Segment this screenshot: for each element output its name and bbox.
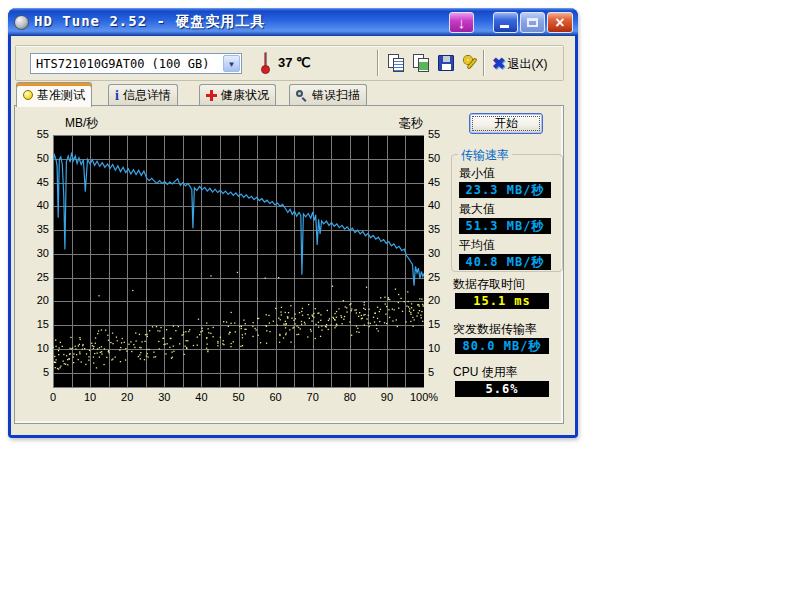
benchmark-plot [53, 135, 424, 388]
app-icon [14, 15, 29, 30]
maximize-icon [527, 18, 538, 27]
chevron-down-icon[interactable]: ▼ [223, 55, 240, 72]
window-title: HD Tune 2.52 - 硬盘实用工具 [34, 13, 447, 31]
x-tick: 10 [84, 391, 96, 403]
x-tick: 100% [410, 391, 438, 403]
y-tick-left: 45 [23, 176, 49, 188]
min-label: 最小值 [459, 165, 495, 182]
y-tick-left: 25 [23, 271, 49, 283]
y-tick-right: 15 [428, 318, 454, 330]
x-tick: 50 [232, 391, 244, 403]
wrench-icon [463, 55, 479, 71]
save-floppy-button[interactable] [436, 53, 457, 74]
cpu-usage-display: 5.6% [455, 381, 549, 397]
bulb-icon [23, 90, 33, 100]
y-tick-left: 40 [23, 199, 49, 211]
x-tick: 0 [50, 391, 56, 403]
y-tick-left: 10 [23, 342, 49, 354]
exit-button[interactable]: ✖ 退出(X) [492, 54, 547, 74]
desktop: HD Tune 2.52 - 硬盘实用工具 ↓ × HTS721010G9AT0… [0, 0, 800, 600]
info-icon: i [115, 90, 119, 102]
y-tick-left: 15 [23, 318, 49, 330]
access-time-display: 15.1 ms [455, 293, 549, 309]
close-icon: × [548, 13, 572, 32]
copy-image-button[interactable] [411, 53, 432, 74]
app-window: HD Tune 2.52 - 硬盘实用工具 ↓ × HTS721010G9AT0… [8, 8, 578, 438]
title-bar[interactable]: HD Tune 2.52 - 硬盘实用工具 ↓ × [8, 8, 578, 36]
y-tick-left: 5 [23, 366, 49, 378]
tab-info[interactable]: i 信息详情 [108, 84, 178, 106]
tab-benchmark[interactable]: 基准测试 [16, 82, 92, 107]
client-area: HTS721010G9AT00 (100 GB) ▼ 37 ℃ [11, 36, 575, 435]
cpu-usage-label: CPU 使用率 [453, 364, 518, 381]
avg-value-display: 40.8 MB/秒 [459, 254, 551, 270]
thermometer-icon [261, 52, 270, 74]
start-button[interactable]: 开始 [469, 113, 543, 134]
temperature-value: 37 ℃ [278, 55, 311, 70]
health-cross-icon [206, 90, 217, 101]
drive-select-value: HTS721010G9AT00 (100 GB) [36, 57, 209, 71]
tab-health[interactable]: 健康状况 [199, 84, 276, 106]
right-axis-title: 毫秒 [399, 115, 423, 132]
left-axis-title: MB/秒 [65, 115, 98, 132]
toolbar: HTS721010G9AT00 (100 GB) ▼ 37 ℃ [15, 45, 564, 81]
x-tick: 80 [344, 391, 356, 403]
min-value-display: 23.3 MB/秒 [459, 182, 551, 198]
maximize-button[interactable] [520, 12, 545, 33]
options-button[interactable] [461, 53, 482, 74]
benchmark-tab-page: MB/秒 毫秒 55504540353025201510555504540353… [14, 105, 564, 424]
x-tick: 70 [307, 391, 319, 403]
floppy-icon [438, 55, 454, 71]
x-tick: 60 [269, 391, 281, 403]
y-tick-left: 35 [23, 223, 49, 235]
y-tick-left: 50 [23, 152, 49, 164]
y-tick-left: 30 [23, 247, 49, 259]
x-tick: 20 [121, 391, 133, 403]
copy-pages-button[interactable] [386, 53, 407, 74]
y-tick-right: 10 [428, 342, 454, 354]
close-button[interactable]: × [547, 12, 573, 33]
max-value-display: 51.3 MB/秒 [459, 218, 551, 234]
x-tick: 90 [381, 391, 393, 403]
burst-rate-display: 80.0 MB/秒 [455, 338, 549, 354]
avg-label: 平均值 [459, 237, 495, 254]
y-tick-right: 5 [428, 366, 454, 378]
y-tick-left: 20 [23, 294, 49, 306]
x-tick: 30 [158, 391, 170, 403]
group-title: 传输速率 [458, 147, 512, 164]
exit-x-icon: ✖ [492, 55, 505, 73]
toolbar-separator [483, 50, 485, 76]
minimize-icon [500, 25, 509, 28]
y-tick-right: 25 [428, 271, 454, 283]
tab-error-scan[interactable]: 错误扫描 [289, 84, 367, 106]
y-tick-right: 20 [428, 294, 454, 306]
benchmark-chart [53, 135, 424, 388]
x-tick: 40 [195, 391, 207, 403]
y-tick-left: 55 [23, 128, 49, 140]
y-tick-right: 55 [428, 128, 454, 140]
drive-select[interactable]: HTS721010G9AT00 (100 GB) ▼ [30, 53, 242, 74]
transfer-rate-group: 传输速率 最小值 23.3 MB/秒 最大值 51.3 MB/秒 平均值 40.… [451, 154, 563, 272]
magnifier-icon [296, 90, 308, 102]
max-label: 最大值 [459, 201, 495, 218]
burst-rate-label: 突发数据传输率 [453, 321, 537, 338]
access-time-label: 数据存取时间 [453, 276, 525, 293]
minimize-button[interactable] [493, 12, 518, 33]
toolbar-separator [377, 50, 379, 76]
download-button[interactable]: ↓ [449, 12, 474, 33]
down-arrow-icon: ↓ [450, 13, 473, 32]
